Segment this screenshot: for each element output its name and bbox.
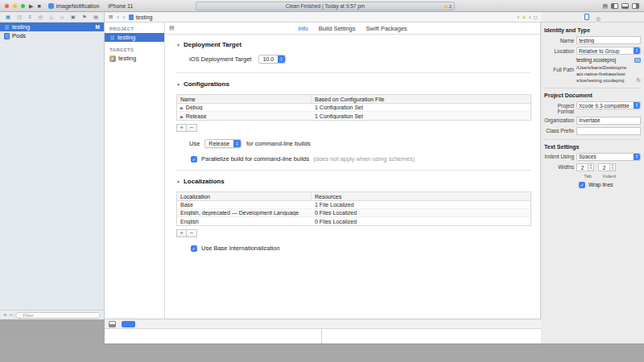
indent-width-stepper[interactable]: 2 <box>598 163 616 171</box>
organization-field[interactable] <box>576 117 641 125</box>
disclosure-triangle-icon[interactable] <box>180 105 184 110</box>
source-control-status-badge: M <box>96 24 100 30</box>
find-navigator-icon[interactable] <box>39 14 43 19</box>
deployment-target-popup[interactable]: 10.0 <box>258 55 286 64</box>
localizations-header[interactable]: Localizations <box>176 178 530 185</box>
stepper-arrows-icon[interactable] <box>588 163 594 171</box>
project-item[interactable]: testing <box>105 33 164 42</box>
remove-item-icon[interactable]: − <box>10 312 14 319</box>
code-review-icon[interactable] <box>534 14 537 20</box>
test-navigator-icon[interactable] <box>60 14 64 19</box>
table-row[interactable]: English 0 Files Localized <box>177 217 530 225</box>
scheme-name: imageNotification <box>56 3 100 9</box>
tab-width-stepper[interactable]: 2 <box>576 163 594 171</box>
tab-build-settings[interactable]: Build Settings <box>319 25 356 32</box>
source-control-navigator-icon[interactable] <box>17 14 22 19</box>
issue-navigator-icon[interactable] <box>50 14 54 19</box>
command-line-builds-row: Use Release for command-line builds <box>189 139 530 148</box>
indent-using-popup[interactable]: Spaces <box>576 153 641 161</box>
breadcrumb[interactable]: testing <box>129 14 153 20</box>
parallelize-checkbox[interactable] <box>191 156 197 162</box>
navigator-filter-bar: + − <box>0 310 104 319</box>
disclosure-triangle-icon[interactable] <box>176 41 180 48</box>
toggle-navigator-icon[interactable] <box>611 3 618 9</box>
remove-localization-button[interactable] <box>187 229 197 237</box>
full-path-row: Full Path /Users/kans/Desktop/react-nati… <box>544 65 641 84</box>
table-row[interactable]: Debug 1 Configuration Set <box>177 104 530 112</box>
variables-view <box>105 329 322 343</box>
hide-debug-area-icon[interactable] <box>109 321 116 327</box>
projects-targets-sidebar: PROJECT testing TARGETS A testing <box>105 23 165 319</box>
project-format-popup[interactable]: Xcode 9.3-compatible <box>576 101 641 109</box>
back-icon[interactable] <box>117 14 118 20</box>
configurations-header[interactable]: Configurations <box>176 80 530 88</box>
localizations-table: Localization Resources Base 1 File Local… <box>176 191 531 226</box>
deployment-target-header[interactable]: Deployment Target <box>176 41 530 48</box>
tab-swift-packages[interactable]: Swift Packages <box>366 25 407 32</box>
editor-grid-icon[interactable] <box>109 14 113 20</box>
localization-name: Base <box>177 202 312 208</box>
run-icon[interactable] <box>29 3 33 9</box>
run-destination-selector[interactable]: iPhone 11 <box>108 3 133 9</box>
next-issue-icon[interactable] <box>529 14 530 20</box>
file-inspector-icon[interactable] <box>584 14 589 20</box>
name-field[interactable] <box>576 36 641 44</box>
stepper-arrows-icon[interactable] <box>610 163 616 171</box>
related-items-icon[interactable] <box>169 25 175 31</box>
activity-viewer: Clean Finished | Today at 9:57 pm 2 <box>196 2 455 10</box>
add-localization-button[interactable] <box>176 229 187 237</box>
wrap-lines-checkbox[interactable] <box>579 182 585 188</box>
command-line-config-popup[interactable]: Release <box>204 139 242 148</box>
tab-width-value[interactable]: 2 <box>576 163 588 171</box>
report-navigator-icon[interactable] <box>93 14 98 19</box>
app-target-icon: A <box>109 56 116 62</box>
config-file: 1 Configuration Set <box>312 105 530 110</box>
warning-count: 2 <box>449 4 452 9</box>
indent-using-label: Indent Using <box>544 153 576 160</box>
filter-input[interactable] <box>23 313 97 318</box>
debug-navigator-icon[interactable] <box>71 14 76 19</box>
zoom-window-button[interactable] <box>21 4 25 8</box>
folder-icon[interactable] <box>634 58 641 63</box>
forward-icon[interactable] <box>123 14 125 20</box>
tab-info[interactable]: Info <box>298 25 308 32</box>
warning-indicator[interactable]: 2 <box>444 2 452 10</box>
file-inspector: Identity and Type Name Location Relative… <box>541 23 644 344</box>
breakpoints-toggle[interactable] <box>122 321 135 327</box>
reveal-arrow-icon[interactable] <box>636 77 641 84</box>
disclosure-triangle-icon[interactable] <box>176 178 180 185</box>
popup-chevrons-icon <box>634 154 640 160</box>
project-navigator-icon[interactable] <box>6 14 10 19</box>
base-internationalization-checkbox[interactable] <box>191 245 197 252</box>
table-row[interactable]: Release 1 Configuration Set <box>177 112 530 120</box>
xcodeproj-icon <box>4 33 10 39</box>
symbol-navigator-icon[interactable] <box>29 14 32 19</box>
table-row[interactable]: Base 1 File Localized <box>177 201 530 209</box>
add-item-icon[interactable]: + <box>3 312 7 319</box>
location-popup[interactable]: Relative to Group <box>576 47 641 55</box>
disclosure-triangle-icon[interactable] <box>176 80 180 88</box>
organization-label: Organization <box>544 117 576 124</box>
filter-field-wrap[interactable] <box>15 312 101 319</box>
scheme-selector[interactable]: imageNotification <box>48 3 100 9</box>
close-window-button[interactable] <box>5 4 9 8</box>
table-row[interactable]: English, deprecated — Development Langua… <box>177 209 530 217</box>
indent-width-value[interactable]: 2 <box>598 163 610 171</box>
toggle-debug-area-icon[interactable] <box>621 3 629 9</box>
navigator-item-pods[interactable]: Pods <box>0 31 104 40</box>
localization-name: English <box>177 219 312 224</box>
app-badge-icon <box>48 3 54 9</box>
editor-mode-icon[interactable] <box>602 3 608 9</box>
configurations-add-remove <box>176 124 530 132</box>
minimize-window-button[interactable] <box>13 4 17 8</box>
previous-issue-icon[interactable] <box>518 14 519 20</box>
class-prefix-field[interactable] <box>576 127 641 135</box>
stop-icon[interactable] <box>37 3 40 9</box>
navigator-item-testing[interactable]: testing M <box>0 23 104 31</box>
remove-configuration-button[interactable] <box>187 124 197 132</box>
breakpoint-navigator-icon[interactable] <box>82 14 86 19</box>
add-configuration-button[interactable] <box>176 124 187 132</box>
toggle-inspector-icon[interactable] <box>632 3 639 9</box>
disclosure-triangle-icon[interactable] <box>180 113 184 119</box>
target-item[interactable]: A testing <box>105 54 164 63</box>
